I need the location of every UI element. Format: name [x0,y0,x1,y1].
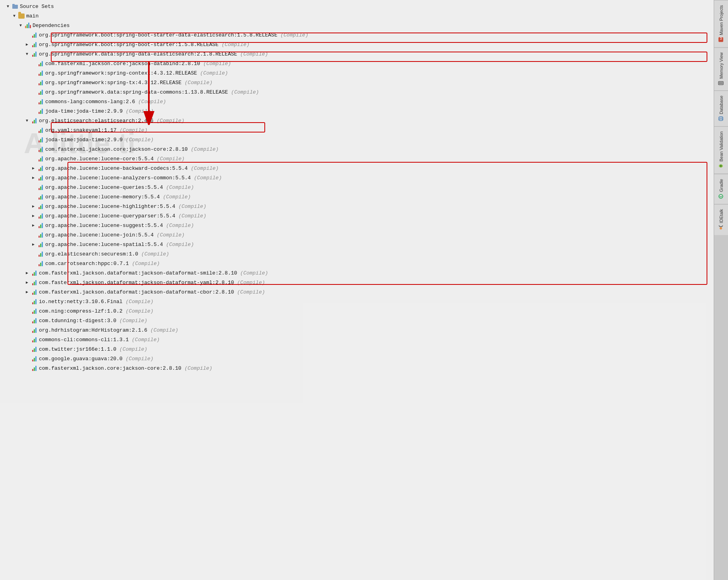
tree-row[interactable]: com.carrotsearch:hppc:0.7.1 (Compile) [0,259,714,268]
sidebar-tab-database[interactable]: Database [714,90,728,126]
node-label: com.fasterxml.jackson.dataformat:jackson… [39,270,268,276]
tree-row[interactable]: org.apache.lucene:lucene-memory:5.5.4 (C… [0,192,714,202]
tree-row[interactable]: io.netty:netty:3.10.6.Final (Compile) [0,297,714,306]
tree-row[interactable]: com.tdunning:t-digest:3.0 (Compile) [0,316,714,325]
lib-icon [30,117,38,124]
tree-row[interactable]: ▶ org.apache.lucene:lucene-spatial:5.5.4… [0,240,714,249]
tree-row[interactable]: ▼ Dependencies [0,21,714,30]
tree-row[interactable]: org.apache.lucene:lucene-core:5.5.4 (Com… [0,154,714,163]
tree-row[interactable]: com.twitter:jsr166e:1.1.0 (Compile) [0,344,714,354]
node-label: io.netty:netty:3.10.6.Final (Compile) [39,299,154,305]
lib-icon [30,327,38,333]
tree-row[interactable]: ▶ org.apache.lucene:lucene-analyzers-com… [0,173,714,182]
lib-icon [37,222,44,229]
tree-row[interactable]: ▶ org.apache.lucene:lucene-highlighter:5… [0,202,714,211]
node-label: org.apache.lucene:lucene-suggest:5.5.4 (… [45,223,194,229]
sidebar-tab-idetalk[interactable]: IDEtalk [714,204,728,235]
lib-icon [30,289,38,295]
toggle-dep10[interactable]: ▼ [24,117,30,124]
toggle-dep19[interactable]: ▶ [30,203,37,209]
tree-row[interactable]: joda-time:joda-time:2.9.9 (Compile) [0,106,714,116]
lib-icon [30,317,38,324]
folder-icon [17,13,25,19]
node-label: org.springframework.boot:spring-boot-sta… [39,42,250,48]
lib-icon [37,203,44,209]
sidebar-tab-memory[interactable]: Memory View [714,47,728,90]
node-label: org.apache.lucene:lucene-spatial:5.5.4 (… [45,242,194,248]
node-label: org.springframework:spring-tx:4.3.12.REL… [45,80,212,86]
tree-row[interactable]: ▶ com.fasterxml.jackson.dataformat:jacks… [0,278,714,287]
tree-row[interactable]: com.fasterxml.jackson.core:jackson-datab… [0,59,714,68]
tree-row[interactable]: com.google.guava:guava:20.0 (Compile) [0,354,714,363]
node-label: commons-cli:commons-cli:1.3.1 (Compile) [39,337,160,343]
lib-icon [37,241,44,248]
bean-icon [718,163,724,169]
tree-row[interactable]: org.springframework:spring-tx:4.3.12.REL… [0,78,714,87]
toggle-source-sets[interactable]: ▼ [5,3,11,10]
toggle-main[interactable]: ▼ [11,13,17,19]
idetalk-icon [718,225,724,230]
tree-row[interactable]: ▼ main [0,11,714,21]
toggle-dep23[interactable]: ▶ [30,241,37,248]
toggle-dep2[interactable]: ▶ [24,41,30,48]
toggle-dep3[interactable]: ▼ [24,51,30,57]
svg-point-13 [719,194,723,198]
tree-row[interactable]: commons-lang:commons-lang:2.6 (Compile) [0,97,714,106]
toggle-dep20[interactable]: ▶ [30,213,37,219]
lib-icon [30,270,38,276]
node-label: org.apache.lucene:lucene-queryparser:5.5… [45,213,206,219]
tree-row[interactable]: ▶ com.fasterxml.jackson.dataformat:jacks… [0,268,714,278]
toggle-dep27[interactable]: ▶ [24,279,30,286]
sidebar-tab-maven[interactable]: M Maven Projects [714,0,728,47]
tree-row[interactable]: ▶ org.springframework.boot:spring-boot-s… [0,40,714,49]
node-label: org.apache.lucene:lucene-core:5.5.4 (Com… [45,156,185,162]
lib-icon [37,156,44,162]
tree-row[interactable]: ▶ org.apache.lucene:lucene-suggest:5.5.4… [0,221,714,230]
tree-row[interactable]: ▶ org.apache.lucene:lucene-backward-code… [0,163,714,173]
sidebar-tab-label: IDEtalk [719,209,724,223]
node-label: org.yaml:snakeyaml:1.17 (Compile) [45,127,147,133]
tree-row[interactable]: org.springframework:spring-context:4.3.1… [0,68,714,78]
tree-row[interactable]: org.apache.lucene:lucene-join:5.5.4 (Com… [0,230,714,240]
tree-row[interactable]: org.springframework.boot:spring-boot-sta… [0,30,714,40]
tree-row[interactable]: org.apache.lucene:lucene-queries:5.5.4 (… [0,182,714,192]
lib-icon [30,308,38,314]
toggle-dep28[interactable]: ▶ [24,289,30,295]
tree-row[interactable]: ▶ org.apache.lucene:lucene-queryparser:5… [0,211,714,221]
tree-row[interactable]: ▼ Source Sets [0,2,714,11]
lib-icon [37,184,44,190]
tree-row[interactable]: com.ning:compress-lzf:1.0.2 (Compile) [0,306,714,316]
tree-row[interactable]: commons-cli:commons-cli:1.3.1 (Compile) [0,335,714,344]
lib-icon [37,260,44,267]
lib-icon [37,136,44,143]
tree-row[interactable]: org.yaml:snakeyaml:1.17 (Compile) [0,125,714,135]
lib-icon [37,60,44,67]
toggle-dep15[interactable]: ▶ [30,165,37,171]
lib-icon [37,108,44,114]
lib-icon [37,98,44,105]
tree-row[interactable]: ▼ org.elasticsearch:elasticsearch:2.4.6 … [0,116,714,125]
tree-row[interactable]: ▼ org.springframework.data:spring-data-e… [0,49,714,59]
lib-icon [30,346,38,352]
tree-row[interactable]: com.fasterxml.jackson.core:jackson-core:… [0,363,714,373]
sidebar-tab-bean[interactable]: Bean Validation [714,126,728,173]
node-label: org.apache.lucene:lucene-queries:5.5.4 (… [45,184,194,190]
tree-row[interactable]: org.springframework.data:spring-data-com… [0,87,714,97]
tree-row[interactable]: ▶ com.fasterxml.jackson.dataformat:jacks… [0,287,714,297]
toggle-dep16[interactable]: ▶ [30,175,37,181]
tree-row[interactable]: joda-time:joda-time:2.9.9 (Compile) [0,135,714,144]
node-label: com.tdunning:t-digest:3.0 (Compile) [39,318,147,324]
sidebar-tab-gradle[interactable]: Gradle [714,174,728,204]
node-label: com.google.guava:guava:20.0 (Compile) [39,356,154,362]
lib-icon [30,32,38,38]
database-icon [718,116,724,121]
tree-row[interactable]: com.fasterxml.jackson.core:jackson-core:… [0,144,714,154]
sidebar-tab-label: Memory View [719,52,724,79]
toggle-dep26[interactable]: ▶ [24,270,30,276]
tree-row[interactable]: org.elasticsearch:securesm:1.0 (Compile) [0,249,714,259]
toggle-dep21[interactable]: ▶ [30,222,37,229]
toggle-deps[interactable]: ▼ [17,22,24,29]
svg-rect-3 [12,4,15,5]
node-label: com.fasterxml.jackson.core:jackson-core:… [45,146,219,152]
tree-row[interactable]: org.hdrhistogram:HdrHistogram:2.1.6 (Com… [0,325,714,335]
